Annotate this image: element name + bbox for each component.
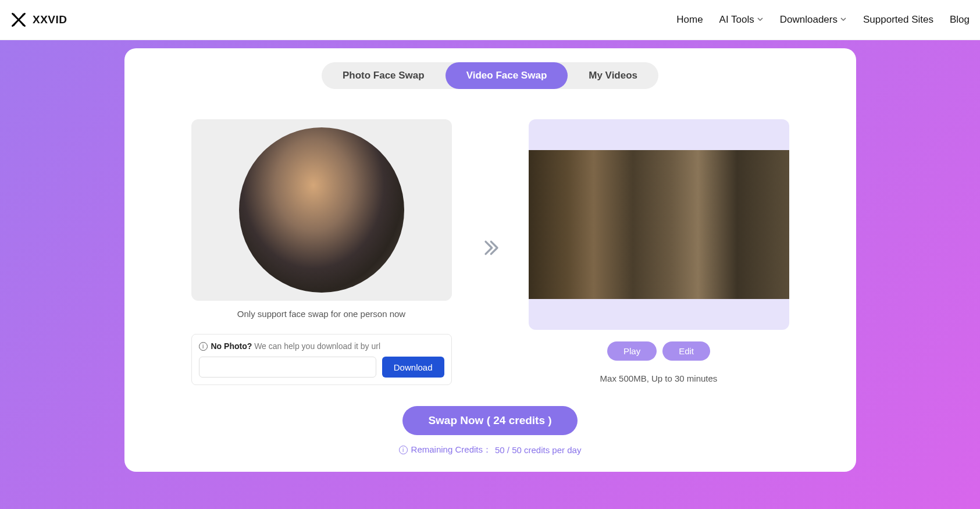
arrow-column (481, 119, 500, 379)
nav-downloaders[interactable]: Downloaders (780, 14, 847, 26)
tab-my-videos[interactable]: My Videos (568, 62, 658, 89)
target-actions: Play Edit (529, 341, 789, 361)
edit-button[interactable]: Edit (662, 341, 710, 361)
url-row: Download (199, 357, 444, 378)
target-video-frame (529, 150, 789, 299)
main-gradient-bg: Photo Face Swap Video Face Swap My Video… (0, 40, 980, 509)
nav-ai-tools[interactable]: AI Tools (719, 14, 764, 26)
double-arrow-right-icon (481, 239, 500, 259)
target-hint: Max 500MB, Up to 30 minutes (529, 373, 789, 383)
source-face-avatar (239, 127, 404, 293)
main-card: Photo Face Swap Video Face Swap My Video… (124, 48, 856, 472)
source-upload-area[interactable] (191, 119, 452, 301)
play-button[interactable]: Play (607, 341, 657, 361)
header: XXVID Home AI Tools Downloaders Supporte… (0, 0, 980, 40)
source-column: Only support face swap for one person no… (191, 119, 452, 385)
nav-home[interactable]: Home (676, 14, 703, 26)
content-row: Only support face swap for one person no… (154, 119, 827, 385)
source-hint: Only support face swap for one person no… (191, 309, 452, 319)
url-help-text: i No Photo? We can help you download it … (199, 341, 444, 351)
brand-logo[interactable]: XXVID (10, 12, 67, 28)
swap-now-button[interactable]: Swap Now ( 24 credits ) (402, 406, 577, 435)
tab-photo-face-swap[interactable]: Photo Face Swap (322, 62, 446, 89)
chevron-down-icon (757, 16, 764, 24)
credits-line: i Remaining Credits： 50 / 50 credits per… (154, 444, 827, 455)
url-input[interactable] (199, 357, 376, 378)
info-icon: i (399, 446, 408, 454)
info-icon: i (199, 342, 208, 351)
download-button[interactable]: Download (382, 357, 444, 378)
credits-value: 50 / 50 credits per day (495, 445, 581, 455)
top-nav: Home AI Tools Downloaders Supported Site… (676, 14, 970, 26)
target-video-preview[interactable] (529, 119, 789, 330)
swap-row: Swap Now ( 24 credits ) i Remaining Cred… (154, 406, 827, 455)
chevron-down-icon (840, 16, 847, 24)
url-download-box: i No Photo? We can help you download it … (191, 334, 452, 385)
tab-video-face-swap[interactable]: Video Face Swap (446, 62, 568, 89)
tabs-pill: Photo Face Swap Video Face Swap My Video… (322, 62, 658, 89)
tabs: Photo Face Swap Video Face Swap My Video… (154, 62, 827, 89)
target-column: Play Edit Max 500MB, Up to 30 minutes (529, 119, 789, 383)
credits-label: Remaining Credits： (411, 444, 491, 455)
nav-supported-sites[interactable]: Supported Sites (863, 14, 933, 26)
nav-blog[interactable]: Blog (950, 14, 970, 26)
brand-name: XXVID (33, 13, 67, 26)
x-icon (10, 12, 27, 28)
